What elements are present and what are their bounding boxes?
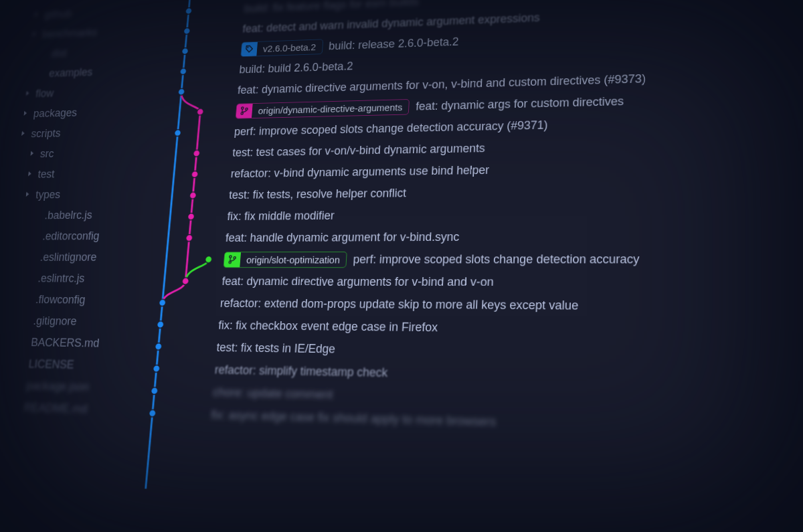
ref-badge[interactable]: origin/dynamic-directive-arguments xyxy=(236,99,410,119)
tree-item[interactable]: packages xyxy=(21,100,149,124)
commit-message: feat: dynamic args for custom directives xyxy=(416,94,624,113)
svg-point-25 xyxy=(246,108,248,110)
tree-item[interactable]: .eslintrc.js xyxy=(3,268,133,289)
commit-message: test: test cases for v-on/v-bind dynamic… xyxy=(232,141,485,159)
tree-item[interactable]: .gitignore xyxy=(0,310,128,333)
tree-item-label: github xyxy=(44,7,73,21)
tree-item-label: .editorconfig xyxy=(42,230,100,243)
commit-message: chore: update comment xyxy=(212,385,333,402)
tree-item[interactable]: LICENSE xyxy=(0,353,124,377)
tree-item[interactable]: README.md xyxy=(0,395,120,421)
branch-icon xyxy=(236,104,253,118)
commit-list[interactable]: build: build 2.6.0-beta.2build: fix feat… xyxy=(118,0,803,445)
ref-badge[interactable]: origin/slot-optimization xyxy=(224,251,348,267)
ref-label: v2.6.0-beta.2 xyxy=(257,41,323,54)
svg-point-24 xyxy=(241,112,243,114)
tree-item[interactable]: types xyxy=(12,183,141,205)
svg-point-23 xyxy=(242,107,244,109)
commit-message: feat: dynamic directive arguments for v-… xyxy=(221,274,494,289)
tree-item-label: packages xyxy=(33,106,78,120)
tree-item[interactable]: .babelrc.js xyxy=(9,204,139,226)
branch-icon xyxy=(224,252,241,267)
tree-item-label: examples xyxy=(48,66,93,79)
ref-badge[interactable]: v2.6.0-beta.2 xyxy=(240,39,323,57)
chevron-right-icon xyxy=(29,150,37,159)
chevron-right-icon xyxy=(19,130,28,139)
commit-row[interactable]: origin/slot-optimizationperf: improve sc… xyxy=(223,247,803,271)
tree-item[interactable]: .eslintignore xyxy=(5,246,135,268)
ref-label: origin/dynamic-directive-arguments xyxy=(252,101,409,116)
commit-message: fix: fix middle modifier xyxy=(227,209,335,223)
commit-message: perf: improve scoped slots change detect… xyxy=(353,252,640,266)
svg-point-26 xyxy=(230,256,232,258)
chevron-right-icon xyxy=(24,90,33,98)
ref-label: origin/slot-optimization xyxy=(240,254,347,265)
commit-message: build: release 2.6.0-beta.2 xyxy=(329,35,459,52)
tree-item-label: .babelrc.js xyxy=(44,209,93,222)
tree-item-label: BACKERS.md xyxy=(30,336,100,350)
tree-item-label: test xyxy=(37,168,56,181)
tree-item-label: src xyxy=(39,147,54,160)
tree-item[interactable]: BACKERS.md xyxy=(0,331,126,355)
commit-message: fix: fix checkbox event edge case in Fir… xyxy=(218,319,438,335)
tree-item-label: .flowconfig xyxy=(35,293,86,306)
tree-item[interactable]: scripts xyxy=(19,121,147,145)
tree-item[interactable]: test xyxy=(14,162,143,185)
commit-message: build: build 2.6.0-beta.2 xyxy=(239,60,353,76)
svg-point-22 xyxy=(247,47,248,48)
chevron-right-icon xyxy=(33,11,41,19)
tree-item-label: package.json xyxy=(25,379,90,393)
tag-icon xyxy=(241,41,258,56)
tree-item-label: .gitignore xyxy=(33,314,78,327)
tree-item-label: scripts xyxy=(31,127,62,141)
tree-item[interactable]: flow xyxy=(23,80,151,104)
commit-message: feat: handle dynamic argument for v-bind… xyxy=(225,230,459,245)
tree-item-label: .eslintignore xyxy=(39,250,97,264)
tree-item-label: LICENSE xyxy=(28,357,75,371)
commit-message: refactor: extend dom-props update skip t… xyxy=(219,296,578,313)
commit-message: test: fix tests in IE/Edge xyxy=(216,341,336,356)
commit-row[interactable]: feat: dynamic directive arguments for v-… xyxy=(221,270,803,295)
tree-item-label: README.md xyxy=(23,401,88,416)
commit-row[interactable]: feat: handle dynamic argument for v-bind… xyxy=(225,223,803,248)
svg-point-27 xyxy=(229,261,231,263)
tree-item[interactable]: package.json xyxy=(0,374,122,399)
tree-item[interactable]: .editorconfig xyxy=(7,225,137,246)
tree-item-label: flow xyxy=(35,87,54,100)
commit-message: fix: async edge case fix should apply to… xyxy=(211,408,497,429)
tree-item[interactable]: src xyxy=(17,142,145,165)
chevron-right-icon xyxy=(26,170,35,179)
tree-item-label: dist xyxy=(51,47,68,60)
tree-item-label: benchmarks xyxy=(41,26,98,40)
tree-item-label: .eslintrc.js xyxy=(37,272,86,285)
tree-item[interactable]: .flowconfig xyxy=(0,288,130,311)
chevron-right-icon xyxy=(22,110,31,118)
svg-point-28 xyxy=(234,257,236,259)
chevron-right-icon xyxy=(24,191,33,199)
tree-item-label: types xyxy=(35,188,61,201)
commit-message: test: fix tests, resolve helper conflict xyxy=(229,186,407,201)
commit-message: refactor: simplify timestamp check xyxy=(214,363,388,379)
commit-message: refactor: v-bind dynamic arguments use b… xyxy=(230,163,489,181)
commit-message: perf: improve scoped slots change detect… xyxy=(234,118,548,139)
chevron-right-icon xyxy=(31,30,39,38)
